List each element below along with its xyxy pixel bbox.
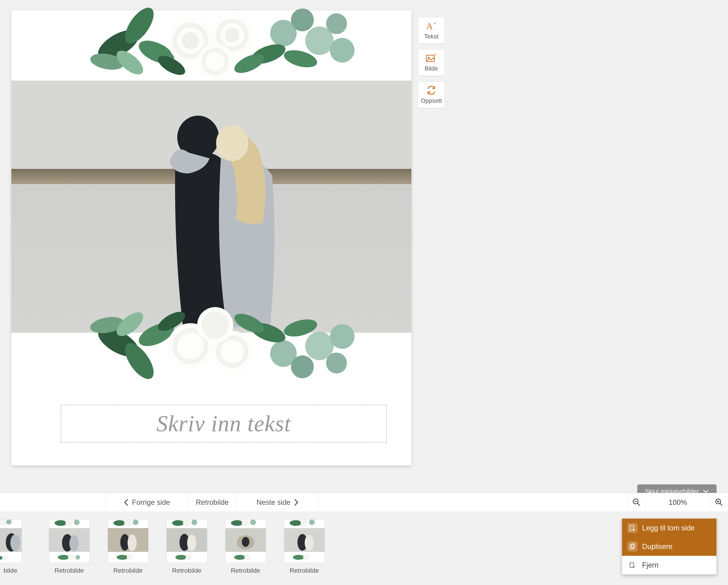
add-text-label: Tekst: [424, 33, 439, 40]
zoom-in-button[interactable]: [710, 493, 728, 512]
svg-rect-114: [630, 545, 633, 549]
svg-point-75: [69, 535, 79, 552]
svg-point-68: [0, 556, 3, 560]
svg-point-80: [124, 520, 132, 526]
svg-line-59: [720, 503, 722, 506]
context-menu: Legg til tom side Duplisere Fjern: [622, 518, 717, 575]
thumbnail-preview: [49, 520, 90, 563]
floral-decoration-top: [50, 3, 372, 84]
thumbnail-label: Retrobilde: [55, 567, 84, 574]
thumbnail-preview: [284, 520, 325, 563]
remove-page-icon: [627, 560, 638, 570]
svg-point-44: [220, 340, 244, 364]
svg-point-33: [291, 355, 314, 378]
thumbnail-item[interactable]: bilde: [0, 520, 32, 574]
svg-point-35: [326, 353, 347, 373]
current-page-label: Retrobilde: [188, 493, 237, 512]
thumbnail-preview: [225, 520, 266, 563]
zoom-level-text: 100%: [669, 498, 687, 507]
svg-point-6: [291, 8, 314, 31]
thumbnail-preview: [166, 520, 207, 563]
thumbnail-item[interactable]: Retrobilde: [165, 520, 209, 574]
svg-point-22: [206, 52, 225, 71]
svg-point-96: [242, 520, 249, 526]
floral-decoration-bottom: [50, 302, 372, 384]
layout-label: Oppsett: [421, 97, 442, 104]
thumbnail-item[interactable]: Retrobilde: [106, 520, 150, 574]
svg-point-86: [127, 554, 133, 560]
menu-add-blank-label: Legg til tom side: [642, 524, 695, 532]
menu-duplicate[interactable]: Duplisere: [622, 537, 717, 556]
svg-point-81: [133, 520, 138, 525]
menu-remove[interactable]: Fjern: [622, 556, 717, 575]
thumbnail-item[interactable]: Retrobilde: [283, 520, 326, 574]
svg-point-97: [250, 520, 256, 525]
svg-point-85: [116, 555, 128, 560]
add-page-icon: [627, 523, 638, 533]
svg-point-92: [187, 535, 196, 551]
svg-point-19: [225, 28, 239, 42]
svg-point-26: [216, 125, 249, 161]
thumbnail-label: Retrobilde: [290, 567, 319, 574]
add-text-button[interactable]: A+ Tekst: [418, 17, 445, 44]
thumbnail-item[interactable]: Retrobilde: [224, 520, 267, 574]
thumbnail-label: Retrobilde: [172, 567, 202, 574]
svg-point-15: [182, 32, 199, 49]
prev-page-label: Forrige side: [132, 498, 170, 507]
tool-sidebar: A+ Tekst + Bilde Oppsett: [418, 17, 445, 108]
current-page-text: Retrobilde: [196, 498, 229, 507]
thumbnail-item[interactable]: Retrobilde: [47, 520, 91, 574]
photo-placeholder[interactable]: [11, 81, 411, 333]
svg-point-36: [330, 324, 355, 349]
next-page-label: Neste side: [257, 498, 291, 507]
zoom-level[interactable]: 100%: [646, 493, 710, 512]
add-image-button[interactable]: + Bilde: [418, 49, 445, 76]
pager-bar: Forrige side Retrobilde Neste side 100%: [0, 493, 728, 512]
thumbnail-label: bilde: [4, 567, 17, 574]
duplicate-icon: [627, 541, 638, 552]
thumbnail-preview: [108, 520, 149, 563]
svg-rect-115: [631, 544, 635, 548]
svg-point-46: [202, 312, 229, 339]
thumbnail-preview: [0, 520, 22, 563]
svg-point-105: [309, 520, 315, 525]
bar-spacer: [0, 493, 106, 512]
svg-point-102: [244, 554, 251, 560]
text-input-field[interactable]: Skriv inn tekst: [61, 405, 387, 443]
svg-point-110: [303, 554, 309, 560]
svg-point-101: [234, 555, 245, 560]
design-canvas[interactable]: Skriv inn tekst: [11, 10, 411, 466]
refresh-icon: [426, 85, 437, 96]
zoom-out-button[interactable]: [627, 493, 646, 512]
svg-text:A: A: [426, 21, 433, 31]
menu-add-blank-page[interactable]: Legg til tom side: [622, 518, 717, 537]
svg-line-56: [638, 503, 640, 506]
svg-point-103: [290, 520, 302, 526]
prev-page-button[interactable]: Forrige side: [106, 493, 188, 512]
svg-point-71: [66, 520, 73, 526]
svg-point-104: [301, 520, 308, 526]
thumbnail-label: Retrobilde: [113, 567, 143, 574]
chevron-left-icon: [124, 499, 129, 506]
svg-point-100: [242, 537, 249, 547]
svg-point-109: [293, 555, 304, 560]
svg-point-79: [113, 520, 126, 526]
zoom-in-icon: [715, 498, 724, 507]
svg-point-8: [326, 13, 347, 34]
svg-point-41: [177, 333, 204, 359]
thumbnail-label: Retrobilde: [231, 567, 260, 574]
add-image-label: Bilde: [424, 65, 438, 72]
image-icon: +: [425, 53, 437, 63]
svg-point-88: [183, 520, 190, 526]
svg-point-93: [175, 555, 187, 560]
text-placeholder-label: Skriv inn tekst: [156, 410, 291, 437]
svg-point-9: [330, 38, 355, 62]
next-page-button[interactable]: Neste side: [237, 493, 318, 512]
layout-button[interactable]: Oppsett: [418, 81, 445, 108]
svg-point-89: [191, 520, 197, 525]
svg-text:+: +: [433, 21, 436, 26]
svg-point-77: [68, 554, 74, 560]
svg-point-64: [6, 520, 11, 525]
svg-point-76: [58, 555, 69, 560]
svg-point-95: [231, 520, 243, 526]
